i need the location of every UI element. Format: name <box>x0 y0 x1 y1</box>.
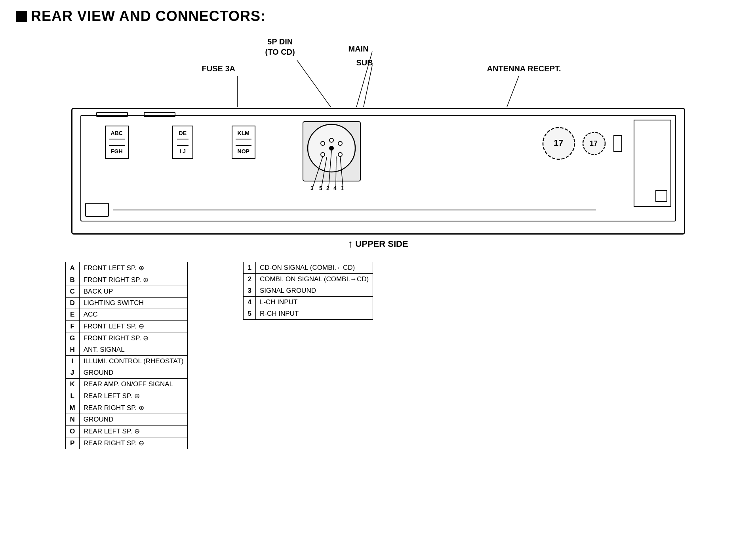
conn-P: P <box>246 148 249 155</box>
svg-line-16 <box>336 156 336 187</box>
svg-line-4 <box>507 76 519 107</box>
conn-B: B <box>115 130 119 136</box>
title-square <box>16 11 27 22</box>
svg-point-9 <box>338 141 342 145</box>
legend-desc-F: FRONT LEFT SP. ⊖ <box>79 321 188 332</box>
legend-desc-P: REAR RIGHT SP. ⊖ <box>79 437 188 449</box>
antenna-circle-2: 17 <box>581 124 607 163</box>
conn-row-bottom-3: N O P <box>236 147 251 156</box>
conn-M: M <box>245 130 249 136</box>
conn-divider-2 <box>177 139 189 146</box>
legend-row-J: JGROUND <box>65 367 188 379</box>
legend-area: AFRONT LEFT SP. ⊕BFRONT RIGHT SP. ⊕CBACK… <box>65 262 739 449</box>
connector-group-1: A B C F G H <box>105 126 129 159</box>
arrow-up-icon: ↑ <box>348 238 353 250</box>
legend-id-B: B <box>65 274 79 286</box>
legend-row-F: FFRONT LEFT SP. ⊖ <box>65 321 188 332</box>
legend-id-L: L <box>65 390 79 402</box>
svg-text:1: 1 <box>341 185 344 191</box>
label-fuse: FUSE 3A <box>202 64 235 73</box>
legend-id-J: J <box>65 367 79 379</box>
svg-point-8 <box>321 141 325 145</box>
legend-row-B: BFRONT RIGHT SP. ⊕ <box>65 274 188 286</box>
legend-id-N: N <box>65 414 79 426</box>
legend-row-D: DLIGHTING SWITCH <box>65 298 188 309</box>
conn-row-bottom-2: I J <box>177 147 189 156</box>
legend-row-pin-1: 1CD-ON SIGNAL (COMBI.←CD) <box>244 262 373 274</box>
legend-desc-M: REAR RIGHT SP. ⊕ <box>79 402 188 414</box>
legend-row-H: HANT. SIGNAL <box>65 344 188 356</box>
legend-id-F: F <box>65 321 79 332</box>
conn-K: K <box>238 130 242 136</box>
legend-id-K: K <box>65 379 79 390</box>
svg-line-3 <box>364 65 372 107</box>
legend-id-A: A <box>65 262 79 274</box>
legend-desc-O: REAR LEFT SP. ⊖ <box>79 426 188 437</box>
legend-pin-id-4: 4 <box>244 297 255 308</box>
svg-text:5: 5 <box>319 185 322 191</box>
legend-row-pin-2: 2COMBI. ON SIGNAL (COMBI.→CD) <box>244 274 373 285</box>
legend-desc-K: REAR AMP. ON/OFF SIGNAL <box>79 379 188 390</box>
legend-id-O: O <box>65 426 79 437</box>
legend-pin-id-1: 1 <box>244 262 255 274</box>
legend-pin-id-3: 3 <box>244 285 255 297</box>
svg-point-11 <box>338 153 342 156</box>
page-title: REAR VIEW AND CONNECTORS: <box>16 8 740 25</box>
connector-group-3: K L M N O P <box>232 126 255 159</box>
legend-pin-desc-5: R-CH INPUT <box>255 308 373 320</box>
legend-row-N: NGROUND <box>65 414 188 426</box>
svg-text:2: 2 <box>326 185 329 191</box>
legend-desc-E: ACC <box>79 309 188 321</box>
legend-row-pin-4: 4L-CH INPUT <box>244 297 373 308</box>
legend-desc-J: GROUND <box>79 367 188 379</box>
legend-row-L: LREAR LEFT SP. ⊕ <box>65 390 188 402</box>
label-5pdin: 5P DIN (TO CD) <box>265 36 295 57</box>
legend-row-O: OREAR LEFT SP. ⊖ <box>65 426 188 437</box>
horizontal-wire <box>113 210 596 211</box>
legend-id-I: I <box>65 356 79 367</box>
legend-row-I: IILLUMI. CONTROL (RHEOSTAT) <box>65 356 188 367</box>
legend-pin-desc-4: L-CH INPUT <box>255 297 373 308</box>
legend-table-left: AFRONT LEFT SP. ⊕BFRONT RIGHT SP. ⊕CBACK… <box>65 262 188 449</box>
svg-text:17: 17 <box>554 138 563 148</box>
conn-divider-3 <box>236 139 251 146</box>
legend-row-G: GFRONT RIGHT SP. ⊖ <box>65 332 188 344</box>
conn-row-top-1: A B C <box>109 129 125 137</box>
antenna-small-connector <box>612 128 624 159</box>
conn-divider-1 <box>109 139 125 146</box>
conn-L: L <box>242 130 245 136</box>
legend-desc-D: LIGHTING SWITCH <box>79 298 188 309</box>
conn-G: G <box>114 148 118 155</box>
conn-D: D <box>179 130 183 136</box>
legend-pin-desc-2: COMBI. ON SIGNAL (COMBI.→CD) <box>255 274 373 285</box>
conn-A: A <box>111 130 115 136</box>
top-labels-container: FUSE 3A 5P DIN (TO CD) MAIN SUB ANTENNA … <box>71 36 685 108</box>
legend-row-A: AFRONT LEFT SP. ⊕ <box>65 262 188 274</box>
svg-point-12 <box>329 138 333 142</box>
legend-row-P: PREAR RIGHT SP. ⊖ <box>65 437 188 449</box>
unit-inner: A B C F G H D E I <box>80 115 676 221</box>
svg-text:3: 3 <box>310 185 314 191</box>
svg-line-1 <box>297 60 331 107</box>
svg-point-10 <box>321 153 325 156</box>
conn-C: C <box>119 130 123 136</box>
right-inner-box <box>655 190 667 202</box>
antenna-connectors: 17 17 <box>541 124 624 163</box>
connector-lines-svg <box>71 36 685 108</box>
legend-pin-desc-1: CD-ON SIGNAL (COMBI.←CD) <box>255 262 373 274</box>
right-edge-box <box>634 120 671 207</box>
legend-id-H: H <box>65 344 79 356</box>
legend-table-right: 1CD-ON SIGNAL (COMBI.←CD)2COMBI. ON SIGN… <box>243 262 373 320</box>
conn-N: N <box>238 148 242 155</box>
legend-row-pin-5: 5R-CH INPUT <box>244 308 373 320</box>
connector-group-2: D E I J <box>172 126 193 159</box>
unit-box: A B C F G H D E I <box>71 108 685 235</box>
legend-desc-C: BACK UP <box>79 286 188 298</box>
diagram-area: FUSE 3A 5P DIN (TO CD) MAIN SUB ANTENNA … <box>18 36 739 449</box>
legend-id-M: M <box>65 402 79 414</box>
upper-side-label: ↑ UPPER SIDE <box>18 238 739 250</box>
svg-rect-27 <box>614 135 622 151</box>
din-connector-area: 3 5 2 4 1 <box>301 120 362 181</box>
legend-desc-A: FRONT LEFT SP. ⊕ <box>79 262 188 274</box>
conn-I: I <box>179 148 181 155</box>
